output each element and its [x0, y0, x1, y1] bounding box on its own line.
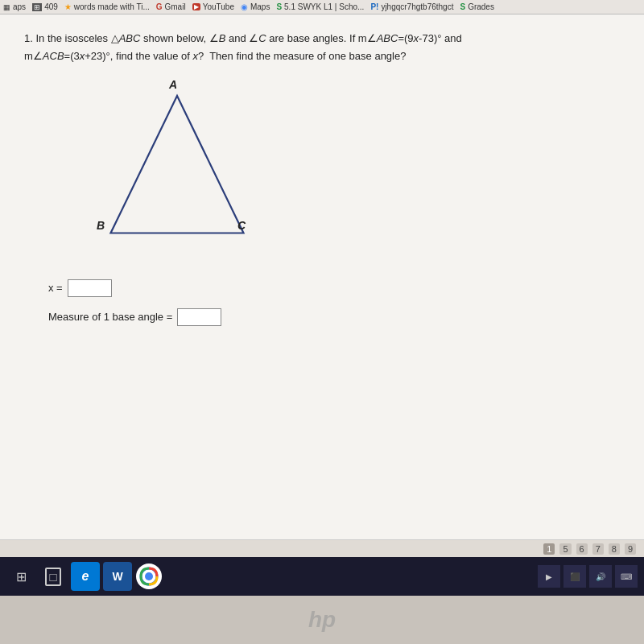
tray-icon-4[interactable]: ⌨ — [615, 565, 638, 588]
counter-icon: ⊞ — [32, 3, 42, 11]
tab-gmail[interactable]: G Gmail — [156, 2, 186, 11]
edge-icon: e — [82, 569, 89, 584]
triangle-diagram: A B C — [89, 78, 266, 263]
page-num-9[interactable]: 9 — [625, 543, 636, 555]
question-number: 1. — [24, 32, 33, 44]
tab-youtube[interactable]: ▶ YouTube — [192, 2, 234, 11]
triangle-shape — [111, 96, 244, 233]
chrome-icon — [136, 564, 162, 589]
windows-search-button[interactable]: ⊞ — [6, 562, 35, 591]
main-content: 1. In the isosceles △ABC shown below, ∠B… — [0, 14, 644, 539]
s-icon2: S — [460, 2, 465, 11]
aps-icon: ▦ — [3, 3, 10, 11]
question-line2: m∠ACB=(3x+23)°, find the value of x? The… — [24, 50, 620, 62]
vertex-c-label: C — [237, 219, 246, 232]
x-input[interactable] — [68, 279, 112, 297]
taskview-icon: □ — [45, 568, 60, 586]
word-button[interactable]: W — [103, 562, 132, 591]
browser-tab-bar: ▦ aps ⊞ 409 ★ words made with Ti... G Gm… — [0, 0, 644, 14]
vertex-b-label: B — [97, 219, 105, 232]
tray-icon-3[interactable]: 🔊 — [589, 565, 612, 588]
x-label: x = — [48, 282, 63, 294]
answer-section: x = Measure of 1 base angle = — [24, 279, 620, 326]
tray-icon-2[interactable]: ⬛ — [564, 565, 586, 588]
tab-words[interactable]: ★ words made with Ti... — [64, 2, 150, 11]
hp-logo: hp — [308, 607, 336, 633]
tray-icon-1[interactable]: ▶ — [538, 565, 560, 588]
word-icon: W — [112, 570, 122, 583]
maps-icon: ◉ — [241, 2, 248, 11]
page-num-5[interactable]: 5 — [559, 543, 571, 555]
youtube-icon: ▶ — [192, 3, 200, 10]
page-num-7[interactable]: 7 — [592, 543, 604, 555]
page-number-bar: 1 5 6 7 8 9 — [0, 539, 644, 557]
svg-point-2 — [145, 572, 153, 580]
s-icon: S — [276, 2, 282, 11]
tab-maps[interactable]: ◉ Maps — [241, 2, 270, 11]
vertex-a-label: A — [169, 78, 177, 91]
chrome-button[interactable] — [135, 563, 163, 590]
tab-swyk[interactable]: S 5.1 SWYK L1 | Scho... — [276, 2, 364, 11]
tab-aps[interactable]: ▦ aps — [3, 2, 26, 11]
tab-counter[interactable]: ⊞ 409 — [32, 2, 58, 11]
taskview-button[interactable]: □ — [39, 562, 68, 591]
angle-input[interactable] — [177, 308, 221, 326]
taskbar: ⊞ □ e W ▶ ⬛ 🔊 ⌨ — [0, 557, 644, 596]
hp-logo-area: hp — [0, 596, 644, 644]
tab-grades[interactable]: S Grades — [460, 2, 493, 11]
edge-button[interactable]: e — [71, 562, 100, 591]
p-icon: P! — [370, 2, 378, 11]
tab-yjhg[interactable]: P! yjhgqcr7hgtb76thgct — [370, 2, 453, 11]
gmail-icon: G — [156, 2, 163, 11]
page-num-8[interactable]: 8 — [609, 543, 620, 555]
page-num-1[interactable]: 1 — [543, 543, 555, 555]
answer-row-angle: Measure of 1 base angle = — [48, 308, 620, 326]
windows-icon: ⊞ — [16, 569, 27, 584]
angle-label: Measure of 1 base angle = — [48, 311, 172, 323]
question-line1: 1. In the isosceles △ABC shown below, ∠B… — [24, 31, 620, 47]
page-num-6[interactable]: 6 — [576, 543, 588, 555]
answer-row-x: x = — [48, 279, 620, 297]
star-icon: ★ — [64, 2, 72, 11]
system-tray: ▶ ⬛ 🔊 ⌨ — [538, 565, 638, 588]
